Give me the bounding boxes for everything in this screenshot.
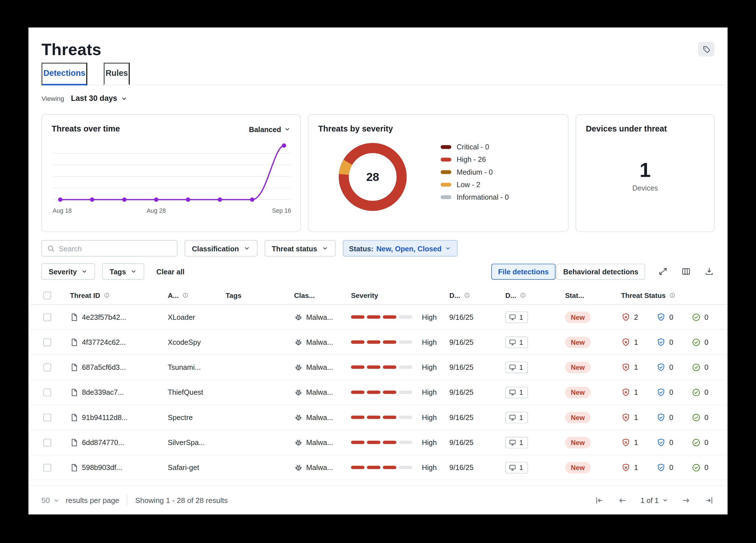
detection-date: 9/16/25 <box>444 313 500 321</box>
detection-date: 9/16/25 <box>444 438 500 446</box>
line-chart-svg <box>52 142 292 203</box>
table-row[interactable]: 687a5cf6d3... Tsunami... Malwa... High 9… <box>31 355 728 380</box>
info-icon[interactable] <box>669 292 675 298</box>
next-page-button[interactable] <box>681 495 691 506</box>
devices-chip[interactable]: 1 <box>505 336 528 348</box>
previous-page-button[interactable] <box>617 495 628 506</box>
threat-id: 91b94112d8... <box>82 413 128 421</box>
info-icon[interactable] <box>463 292 470 298</box>
devices-chip[interactable]: 1 <box>505 387 528 398</box>
file-icon <box>70 313 79 321</box>
tag-button[interactable] <box>698 42 715 57</box>
devices-chip[interactable]: 1 <box>505 462 528 473</box>
status-badge: New <box>565 437 591 448</box>
app-window: Threats Detections Rules Viewing Last 30… <box>28 28 728 515</box>
header-status: Stat... <box>565 291 584 299</box>
bug-icon <box>294 438 303 447</box>
resolved-count: 0 <box>692 438 723 447</box>
status-filter-chip[interactable]: Status: New, Open, Closed <box>343 240 458 256</box>
table-row[interactable]: 598b903df... Safari-get Malwa... High 9/… <box>31 455 728 480</box>
shield-x-icon <box>621 412 631 422</box>
file-icon <box>70 363 79 372</box>
info-icon[interactable] <box>519 292 526 298</box>
legend-label: Informational - 0 <box>457 193 509 201</box>
row-checkbox[interactable] <box>43 463 51 471</box>
row-checkbox[interactable] <box>43 363 51 371</box>
table-row[interactable]: 6dd874770... SilverSpa... Malwa... High … <box>31 430 728 455</box>
first-page-button[interactable] <box>594 495 605 506</box>
severity-bars <box>351 390 412 394</box>
search-input[interactable] <box>59 244 172 252</box>
chevron-down-icon <box>81 268 88 275</box>
devices-chip[interactable]: 1 <box>505 437 528 448</box>
tab-rules[interactable]: Rules <box>104 63 130 85</box>
file-detections-toggle[interactable]: File detections <box>491 264 555 279</box>
shield-check-icon <box>656 387 666 397</box>
footer-divider <box>127 494 128 506</box>
expand-button[interactable] <box>658 266 668 277</box>
table-row[interactable]: 8de339ac7... ThiefQuest Malwa... High 9/… <box>31 380 728 405</box>
table-row[interactable]: 91b94112d8... Spectre Malwa... High 9/16… <box>31 405 728 430</box>
legend-swatch-critical <box>441 145 451 149</box>
balanced-dropdown[interactable]: Balanced <box>249 125 291 133</box>
blocked-count: 0 <box>656 438 688 447</box>
check-circle-icon <box>692 337 701 347</box>
shield-x-icon <box>621 463 631 472</box>
next-page-icon <box>681 495 691 505</box>
shield-check-icon <box>656 438 666 447</box>
table-row[interactable]: 4f37724c62... XcodeSpy Malwa... High 9/1… <box>31 330 728 355</box>
behavioral-detections-toggle[interactable]: Behavioral detections <box>556 264 645 279</box>
devices-chip[interactable]: 1 <box>505 361 528 373</box>
info-icon[interactable] <box>182 292 188 298</box>
alerted-count: 1 <box>621 412 653 422</box>
severity-donut-chart: 28 <box>337 141 409 213</box>
bug-icon <box>294 363 303 372</box>
search-box <box>41 240 177 256</box>
per-page-select[interactable]: 50 <box>41 496 60 505</box>
classification-filter[interactable]: Classification <box>185 240 257 256</box>
severity-filter[interactable]: Severity <box>41 263 95 280</box>
excluded-count <box>726 337 727 347</box>
page-indicator[interactable]: 1 of 1 <box>640 496 668 504</box>
row-checkbox[interactable] <box>43 313 51 321</box>
select-all-checkbox[interactable] <box>43 291 51 299</box>
legend-swatch-informational <box>441 195 451 199</box>
row-checkbox[interactable] <box>43 413 51 421</box>
tab-detections[interactable]: Detections <box>41 63 87 85</box>
row-checkbox[interactable] <box>43 338 51 346</box>
devices-count: 1 <box>640 158 651 181</box>
row-checkbox[interactable] <box>43 438 51 446</box>
severity-label: High <box>422 338 437 346</box>
status-badge: New <box>565 462 591 473</box>
chevron-down-icon <box>284 126 291 133</box>
row-checkbox[interactable] <box>43 388 51 396</box>
tab-bar: Detections Rules <box>41 63 728 85</box>
info-icon[interactable] <box>104 292 110 298</box>
detection-date: 9/16/25 <box>444 413 500 421</box>
devices-chip[interactable]: 1 <box>505 412 528 423</box>
last-page-button[interactable] <box>704 495 715 506</box>
status-chip-label: Status: <box>349 244 373 252</box>
clear-all-button[interactable]: Clear all <box>156 267 185 275</box>
threats-over-time-card: Threats over time Balanced <box>41 114 301 232</box>
date-range-dropdown[interactable]: Last 30 days <box>71 94 128 103</box>
devices-chip[interactable]: 1 <box>505 311 528 323</box>
severity-legend: Critical - 0 High - 26 Medium - 0 Low - … <box>441 143 509 201</box>
resolved-count: 0 <box>692 463 723 472</box>
blocked-count: 0 <box>656 387 688 397</box>
previous-page-icon <box>618 495 628 505</box>
tags-filter[interactable]: Tags <box>103 263 145 280</box>
devices-value: 1 <box>519 338 523 346</box>
check-circle-icon <box>692 362 701 372</box>
export-button[interactable] <box>704 266 715 277</box>
table-row[interactable]: 4e23f57b42... XLoader Malwa... High 9/16… <box>31 305 728 330</box>
header-threat-id: Threat ID <box>70 291 100 299</box>
table-header-row: Threat ID A... Tags Clas... Severity D..… <box>31 286 728 305</box>
table-footer: 50 results per page Showing 1 - 28 of 28… <box>28 486 728 515</box>
threat-status-filter[interactable]: Threat status <box>264 240 335 256</box>
severity-label: High <box>422 438 437 446</box>
shield-check-icon <box>656 312 666 322</box>
columns-button[interactable] <box>681 266 691 277</box>
detections-table: Threat ID A... Tags Clas... Severity D..… <box>31 286 728 480</box>
threat-id: 6dd874770... <box>82 438 124 446</box>
